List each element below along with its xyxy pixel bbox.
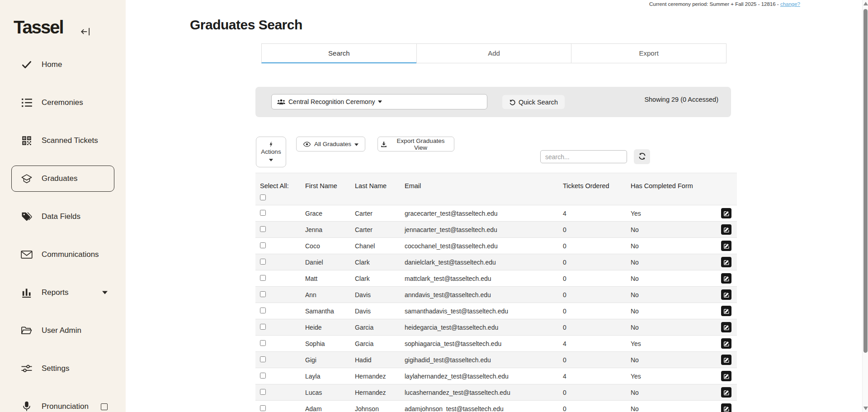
- row-checkbox[interactable]: [260, 308, 266, 313]
- select-all-label: Select All:: [260, 182, 298, 189]
- scroll-down-arrow-icon[interactable]: [863, 407, 868, 410]
- table-row: DanielClarkdanielclark_test@tasseltech.e…: [255, 254, 737, 270]
- has-completed-form-cell: No: [624, 319, 708, 336]
- edit-graduate-button[interactable]: [721, 371, 731, 381]
- last-name-cell: Davis: [348, 287, 398, 303]
- tab-add[interactable]: Add: [416, 43, 572, 63]
- filter-panel: Central Recognition Ceremony Quick Searc…: [255, 87, 731, 117]
- sidebar-item-label: Communications: [42, 250, 99, 259]
- edit-graduate-button[interactable]: [721, 208, 731, 218]
- chevron-down-icon: [102, 291, 108, 294]
- select-all-checkbox[interactable]: [260, 194, 266, 200]
- sidebar-item-label: Pronunciation: [42, 402, 89, 411]
- sidebar-item-box[interactable]: Pronunciation: [11, 393, 114, 412]
- row-checkbox[interactable]: [260, 405, 266, 411]
- table-row: SophiaGarciasophiagarcia_test@tasseltech…: [255, 336, 737, 352]
- sidebar-item-label: User Admin: [42, 326, 81, 335]
- sidebar-item-box[interactable]: Settings: [11, 355, 114, 382]
- refresh-button[interactable]: [634, 149, 650, 164]
- last-name-cell: Hernandez: [348, 384, 398, 401]
- has-completed-form-cell: No: [624, 222, 708, 238]
- tab-export[interactable]: Export: [571, 43, 726, 63]
- email-cell: gracecarter_test@tasseltech.edu: [398, 205, 556, 222]
- first-name-cell: Adam: [298, 401, 348, 412]
- row-checkbox[interactable]: [260, 242, 266, 248]
- has-completed-form-cell: Yes: [624, 336, 708, 352]
- chevron-down-icon: [269, 156, 273, 163]
- row-checkbox[interactable]: [260, 389, 266, 395]
- sidebar-item-label: Settings: [42, 364, 69, 373]
- edit-graduate-button[interactable]: [721, 257, 731, 267]
- sidebar-item-pronunciation[interactable]: Pronunciation: [0, 388, 126, 412]
- edit-graduate-button[interactable]: [721, 403, 731, 412]
- export-graduates-view-button[interactable]: Export Graduates View: [377, 137, 454, 152]
- ceremony-dropdown[interactable]: Central Recognition Ceremony: [271, 94, 487, 109]
- graduates-view-dropdown[interactable]: All Graduates: [296, 137, 365, 152]
- sidebar-item-home[interactable]: Home: [0, 46, 126, 84]
- edit-graduate-button[interactable]: [721, 273, 731, 284]
- column-header-select-all: Select All:: [255, 173, 298, 205]
- change-period-link[interactable]: change?: [780, 1, 800, 7]
- last-name-cell: Garcia: [348, 319, 398, 336]
- search-input[interactable]: [540, 150, 627, 163]
- sidebar-item-box[interactable]: Ceremonies: [11, 90, 114, 116]
- first-name-cell: Layla: [298, 368, 348, 384]
- quick-search-button[interactable]: Quick Search: [502, 95, 565, 109]
- sidebar-item-user-admin[interactable]: User Admin: [0, 312, 126, 350]
- row-checkbox[interactable]: [260, 275, 266, 281]
- scrollbar-thumb[interactable]: [863, 9, 868, 353]
- edit-icon: [723, 308, 730, 314]
- sidebar-collapse-button[interactable]: [80, 26, 91, 38]
- sidebar-item-box[interactable]: Graduates: [11, 166, 114, 192]
- edit-graduate-button[interactable]: [721, 289, 731, 300]
- tab-search[interactable]: Search: [261, 43, 417, 63]
- showing-count-text: Showing 29 (0 Accessed): [644, 96, 718, 103]
- vertical-scrollbar[interactable]: [862, 0, 868, 412]
- has-completed-form-cell: No: [624, 352, 708, 368]
- actions-label: Actions: [261, 148, 281, 155]
- edit-graduate-button[interactable]: [721, 387, 731, 398]
- sidebar-item-box[interactable]: Home: [11, 52, 114, 78]
- edit-graduate-button[interactable]: [721, 338, 731, 349]
- sidebar-item-box[interactable]: Data Fields: [11, 204, 114, 230]
- table-row: MattClarkmattclark_test@tasseltech.edu0N…: [255, 270, 737, 287]
- row-checkbox[interactable]: [260, 210, 266, 216]
- sidebar-item-graduates[interactable]: Graduates: [0, 160, 126, 198]
- row-checkbox[interactable]: [260, 356, 266, 362]
- sidebar-item-reports[interactable]: Reports: [0, 274, 126, 312]
- table-row: AnnDavisanndavis_test@tasseltech.edu0No: [255, 287, 737, 303]
- email-cell: danielclark_test@tasseltech.edu: [398, 254, 556, 270]
- undo-icon: [509, 99, 516, 105]
- sidebar-item-settings[interactable]: Settings: [0, 350, 126, 388]
- collapse-left-icon: [80, 32, 91, 38]
- edit-icon: [723, 357, 730, 363]
- edit-icon: [723, 292, 730, 298]
- sidebar-item-ceremonies[interactable]: Ceremonies: [0, 84, 126, 122]
- edit-icon: [723, 324, 730, 331]
- sidebar-item-box[interactable]: Scanned Tickets: [11, 128, 114, 154]
- scroll-up-arrow-icon[interactable]: [863, 2, 868, 5]
- edit-graduate-button[interactable]: [721, 355, 731, 365]
- row-checkbox[interactable]: [260, 373, 266, 379]
- graduates-table: Select All:First NameLast NameEmailTicke…: [255, 173, 737, 412]
- has-completed-form-cell: Yes: [624, 205, 708, 222]
- row-checkbox[interactable]: [260, 340, 266, 346]
- sidebar-item-data-fields[interactable]: Data Fields: [0, 198, 126, 236]
- edit-graduate-button[interactable]: [721, 241, 731, 251]
- row-checkbox[interactable]: [260, 259, 266, 265]
- table-row: HeideGarciaheidegarcia_test@tasseltech.e…: [255, 319, 737, 336]
- last-name-cell: Hadid: [348, 352, 398, 368]
- edit-graduate-button[interactable]: [721, 306, 731, 316]
- sidebar-item-box[interactable]: Communications: [11, 242, 114, 268]
- edit-graduate-button[interactable]: [721, 224, 731, 235]
- actions-button[interactable]: Actions: [256, 137, 286, 167]
- row-checkbox[interactable]: [260, 291, 266, 297]
- sidebar-item-communications[interactable]: Communications: [0, 236, 126, 274]
- edit-graduate-button[interactable]: [721, 322, 731, 332]
- sidebar-item-box[interactable]: User Admin: [11, 317, 114, 344]
- row-checkbox[interactable]: [260, 324, 266, 330]
- sidebar-item-scanned-tickets[interactable]: Scanned Tickets: [0, 122, 126, 160]
- sidebar-item-box[interactable]: Reports: [11, 279, 114, 306]
- table-row: GigiHadidgigihadid_test@tasseltech.edu0N…: [255, 352, 737, 368]
- row-checkbox[interactable]: [260, 226, 266, 232]
